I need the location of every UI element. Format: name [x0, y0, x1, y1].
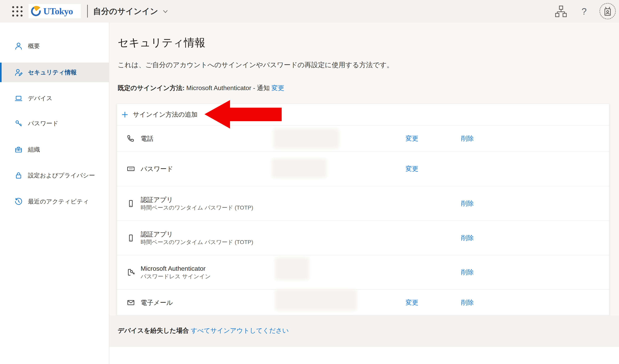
mobile-app-icon: [127, 199, 135, 208]
page-title: セキュリティ情報: [118, 36, 205, 50]
add-signin-method-button[interactable]: サインイン方法の追加: [117, 104, 609, 125]
ms-authenticator-delete-link[interactable]: 削除: [461, 268, 474, 277]
person-icon: [14, 42, 23, 50]
method-subtitle: パスワードレス サインイン: [141, 273, 211, 280]
briefcase-icon: [14, 145, 23, 154]
method-row-email: 電子メール 変更 削除: [117, 289, 609, 316]
default-method-change-link[interactable]: 変更: [271, 84, 284, 92]
method-row-phone: 電話 変更 削除: [117, 125, 609, 151]
page-description: これは、ご自分のアカウントへのサインインやパスワードの再設定に使用する方法です。: [118, 60, 393, 69]
authenticator-totp-2-delete-link[interactable]: 削除: [461, 234, 474, 243]
password-dots-icon: [127, 164, 135, 173]
method-name: 認証アプリ: [141, 230, 253, 238]
sign-out-everywhere-link[interactable]: すべてサインアウトしてください: [191, 327, 289, 334]
organizations-button[interactable]: [554, 0, 568, 23]
default-method-label: 既定のサインイン方法:: [118, 84, 184, 92]
method-row-authenticator-totp-2: 認証アプリ 時間ベースのワンタイム パスワード (TOTP) 削除: [117, 220, 609, 255]
help-button[interactable]: ?: [578, 0, 591, 23]
method-name: Microsoft Authenticator: [141, 264, 211, 273]
authenticator-totp-1-delete-link[interactable]: 削除: [461, 199, 474, 208]
redacted-value-blur: [273, 129, 339, 148]
method-name: 認証アプリ: [141, 196, 253, 204]
method-row-ms-authenticator: Microsoft Authenticator パスワードレス サインイン 削除: [117, 255, 609, 289]
account-avatar-button[interactable]: [599, 3, 616, 19]
topbar-divider: [87, 5, 88, 17]
email-change-link[interactable]: 変更: [406, 298, 418, 307]
method-name: 電子メール: [141, 298, 173, 307]
email-icon: [127, 298, 135, 307]
app-launcher-button[interactable]: [10, 4, 25, 19]
default-method-value: Microsoft Authenticator - 通知: [186, 84, 270, 92]
lock-icon: [14, 171, 23, 180]
sidebar-item-security-info[interactable]: セキュリティ情報: [0, 63, 109, 82]
waffle-icon: [11, 5, 24, 17]
key-icon: [14, 119, 23, 128]
sidebar-item-devices[interactable]: デバイス: [0, 89, 109, 108]
plus-icon: [121, 111, 129, 119]
password-change-link[interactable]: 変更: [406, 164, 418, 173]
sidebar-item-recent-activity[interactable]: 最近のアクティビティ: [0, 192, 109, 211]
redacted-value-blur: [272, 159, 327, 178]
redacted-value-blur: [275, 257, 309, 280]
method-subtitle: 時間ベースのワンタイム パスワード (TOTP): [141, 204, 253, 212]
top-app-bar: [0, 0, 619, 23]
method-subtitle: 時間ベースのワンタイム パスワード (TOTP): [141, 238, 253, 246]
email-delete-link[interactable]: 削除: [461, 298, 474, 307]
utokyo-ginkgo-icon: [30, 5, 42, 17]
sidebar-item-organizations[interactable]: 組織: [0, 140, 109, 159]
person-edit-icon: [14, 68, 23, 77]
redacted-value-blur: [275, 289, 357, 310]
default-signin-method-line: 既定のサインイン方法: Microsoft Authenticator - 通知…: [118, 84, 284, 93]
page-bottom-background: [109, 347, 619, 364]
app-title-dropdown[interactable]: 自分のサインイン: [93, 0, 169, 23]
chevron-down-icon: [162, 9, 169, 14]
utokyo-logo[interactable]: UTokyo: [28, 4, 81, 18]
lost-device-label: デバイスを紛失した場合: [118, 327, 189, 334]
id-badge-avatar-icon: [603, 6, 613, 16]
app-title: 自分のサインイン: [93, 6, 158, 17]
method-row-password: パスワード 変更: [117, 151, 609, 186]
help-icon: ?: [581, 6, 587, 17]
sidebar-item-password[interactable]: パスワード: [0, 114, 109, 133]
org-chart-icon: [555, 5, 567, 18]
signin-methods-table: サインイン方法の追加 電話 変更 削除 パスワード 変更 認証アプリ 時間ベース…: [117, 104, 609, 315]
phone-delete-link[interactable]: 削除: [461, 134, 474, 143]
laptop-icon: [14, 94, 23, 102]
mobile-app-icon: [127, 234, 135, 243]
method-name: 電話: [141, 134, 154, 143]
history-icon: [14, 197, 23, 206]
phone-change-link[interactable]: 変更: [406, 134, 418, 143]
logo-wordmark: UTokyo: [43, 6, 73, 16]
sidebar-item-settings-privacy[interactable]: 設定およびプライバシー: [0, 166, 109, 185]
method-row-authenticator-totp-1: 認証アプリ 時間ベースのワンタイム パスワード (TOTP) 削除: [117, 186, 609, 220]
sidebar-item-overview[interactable]: 概要: [0, 37, 109, 56]
method-name: パスワード: [141, 165, 173, 173]
device-key-icon: [127, 268, 135, 277]
lost-device-line: デバイスを紛失した場合 すべてサインアウトしてください: [118, 326, 289, 335]
phone-icon: [127, 134, 135, 143]
